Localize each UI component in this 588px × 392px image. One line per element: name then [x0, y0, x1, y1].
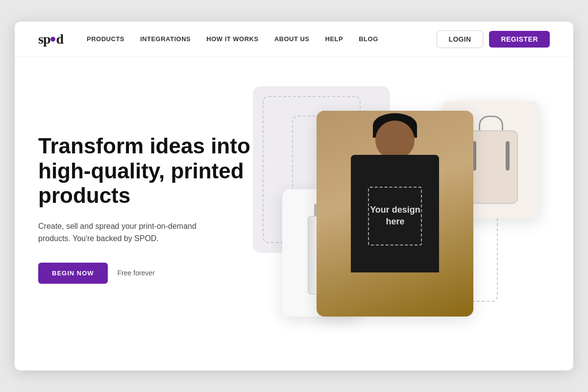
nav-products[interactable]: PRODUCTS	[87, 35, 124, 43]
tshirt-person: Your design here	[317, 111, 473, 317]
card-tshirt: Your design here	[317, 111, 473, 317]
hero-cta: BEGIN NOW Free forever	[38, 263, 253, 284]
backpack-strap-right	[506, 141, 510, 171]
login-button[interactable]: LOGIN	[437, 30, 484, 48]
page-wrapper: spd PRODUCTS INTEGRATIONS HOW IT WORKS A…	[15, 22, 573, 370]
free-label: Free forever	[118, 269, 155, 277]
hero-section: Transform ideas into high-quality, print…	[15, 57, 573, 370]
person-head	[375, 121, 415, 160]
header-actions: LOGIN REGISTER	[437, 30, 550, 48]
hero-right: Your design here	[253, 86, 550, 331]
logo-text: spd	[38, 31, 63, 47]
nav-about-us[interactable]: ABOUT US	[274, 35, 310, 43]
logo[interactable]: spd	[38, 31, 63, 47]
nav-blog[interactable]: BLOG	[359, 35, 378, 43]
nav-how-it-works[interactable]: HOW IT WORKS	[206, 35, 258, 43]
tshirt-container: Your design here	[317, 111, 473, 317]
nav-help[interactable]: HELP	[325, 35, 343, 43]
logo-dot	[50, 37, 55, 42]
begin-now-button[interactable]: BEGIN NOW	[38, 263, 108, 284]
design-overlay: Your design here	[368, 187, 422, 245]
hero-left: Transform ideas into high-quality, print…	[38, 134, 253, 284]
hanger	[479, 116, 503, 130]
hero-title: Transform ideas into high-quality, print…	[38, 134, 253, 208]
register-button[interactable]: REGISTER	[489, 31, 550, 48]
design-placeholder-text: Your design here	[369, 204, 421, 227]
header: spd PRODUCTS INTEGRATIONS HOW IT WORKS A…	[15, 22, 573, 57]
nav-integrations[interactable]: INTEGRATIONS	[140, 35, 191, 43]
main-nav: PRODUCTS INTEGRATIONS HOW IT WORKS ABOUT…	[87, 35, 437, 43]
hero-subtitle: Create, sell and spread your print-on-de…	[38, 220, 224, 245]
person-body: Your design here	[351, 155, 439, 272]
